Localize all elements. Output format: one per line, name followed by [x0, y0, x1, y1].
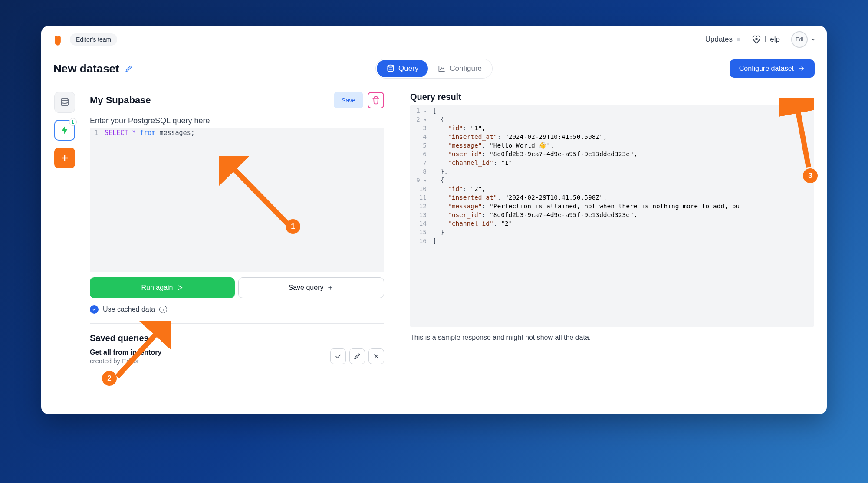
chart-icon — [437, 64, 446, 73]
cache-label: Use cached data — [103, 306, 155, 313]
line-gutter: 1 — [90, 128, 101, 272]
close-icon — [372, 352, 380, 360]
page-title: New dataset — [53, 62, 119, 76]
info-icon[interactable]: i — [159, 306, 167, 313]
toolbar-right: Configure dataset — [730, 59, 815, 78]
configure-dataset-button[interactable]: Configure dataset — [730, 59, 815, 78]
pencil-icon — [353, 352, 361, 360]
brand-logo-icon — [52, 33, 64, 46]
save-button[interactable]: Save — [334, 92, 363, 108]
sql-content: SELECT * from messages; — [101, 128, 384, 272]
result-gutter: 1 ▾2 ▾3456789 ▾10111213141516 — [410, 105, 429, 327]
top-bar-left: Editor's team — [52, 33, 117, 46]
cache-checkbox[interactable] — [90, 305, 99, 314]
user-avatar: Edi — [791, 31, 808, 48]
saved-query-edit-button[interactable] — [349, 348, 365, 364]
saved-query-creator: created by Editor — [90, 357, 161, 365]
cache-row: Use cached data i — [90, 305, 384, 324]
saved-query-delete-button[interactable] — [368, 348, 384, 364]
svg-point-2 — [61, 98, 68, 101]
saved-query-actions — [330, 348, 384, 364]
query-hint: Enter your PostgreSQL query here — [90, 116, 384, 125]
rail-add-button[interactable] — [54, 148, 75, 168]
play-icon — [176, 284, 183, 291]
save-query-button[interactable]: Save query — [238, 277, 384, 298]
saved-queries-section: Saved queries Get all from inventory cre… — [90, 333, 384, 371]
save-query-label: Save query — [289, 284, 324, 292]
saved-query-apply-button[interactable] — [330, 348, 346, 364]
saved-query-item: Get all from inventory created by Editor — [90, 348, 384, 371]
result-panel: Query result 1 ▾2 ▾3456789 ▾101112131415… — [397, 84, 827, 414]
tab-query-label: Query — [398, 64, 418, 73]
query-panel: My Supabase Save Enter your PostgreSQL q… — [80, 84, 397, 414]
svg-point-1 — [388, 65, 393, 67]
run-again-button[interactable]: Run again — [90, 277, 235, 298]
arrow-right-icon — [797, 65, 805, 72]
saved-queries-title: Saved queries — [90, 333, 384, 343]
user-menu[interactable]: Edi — [791, 31, 816, 48]
rail-database-button[interactable] — [54, 92, 75, 113]
help-link[interactable]: Help — [752, 35, 780, 44]
plus-icon — [327, 284, 334, 291]
result-note: This is a sample response and might not … — [410, 334, 814, 342]
svg-point-0 — [756, 38, 757, 40]
plus-icon — [59, 153, 70, 163]
top-bar-right: Updates Help Edi — [705, 31, 816, 48]
help-icon — [752, 35, 761, 44]
result-json: [ { "id": "1", "inserted_at": "2024-02-2… — [429, 105, 814, 327]
check-icon — [92, 307, 96, 312]
updates-link[interactable]: Updates — [705, 35, 740, 44]
toolbar: New dataset Query Configure Configure da — [41, 53, 827, 84]
tab-configure-label: Configure — [450, 64, 482, 73]
chevron-down-icon — [810, 36, 816, 43]
help-label: Help — [765, 35, 780, 44]
tab-configure[interactable]: Configure — [428, 60, 491, 77]
updates-label: Updates — [705, 35, 733, 44]
left-rail: 1 — [49, 84, 80, 414]
result-title: Query result — [410, 92, 814, 102]
delete-button[interactable] — [368, 92, 384, 108]
configure-dataset-label: Configure dataset — [739, 65, 794, 72]
app-window: Editor's team Updates Help Edi New datas — [41, 26, 827, 414]
check-icon — [334, 352, 342, 360]
trash-icon — [372, 96, 380, 105]
team-selector[interactable]: Editor's team — [70, 33, 117, 46]
sql-editor[interactable]: 1 SELECT * from messages; — [90, 128, 384, 272]
bolt-icon — [59, 125, 70, 135]
query-header: My Supabase Save — [90, 92, 384, 108]
tab-switcher: Query Configure — [375, 59, 493, 79]
run-again-label: Run again — [141, 284, 173, 292]
database-icon — [386, 64, 395, 73]
edit-title-icon[interactable] — [125, 64, 133, 73]
database-icon — [59, 97, 70, 108]
top-bar: Editor's team Updates Help Edi — [41, 26, 827, 53]
rail-bolt-button[interactable]: 1 — [54, 120, 75, 141]
main-content: 1 My Supabase Save E — [41, 84, 827, 414]
tab-query[interactable]: Query — [377, 60, 428, 77]
toolbar-left: New dataset — [53, 62, 133, 76]
rail-bolt-badge: 1 — [69, 118, 77, 126]
query-action-row: Run again Save query — [90, 277, 384, 298]
query-header-actions: Save — [334, 92, 384, 108]
saved-query-name: Get all from inventory — [90, 348, 161, 356]
result-viewer[interactable]: 1 ▾2 ▾3456789 ▾10111213141516 [ { "id": … — [410, 105, 814, 327]
query-title: My Supabase — [90, 95, 151, 106]
updates-indicator-dot — [737, 38, 740, 41]
